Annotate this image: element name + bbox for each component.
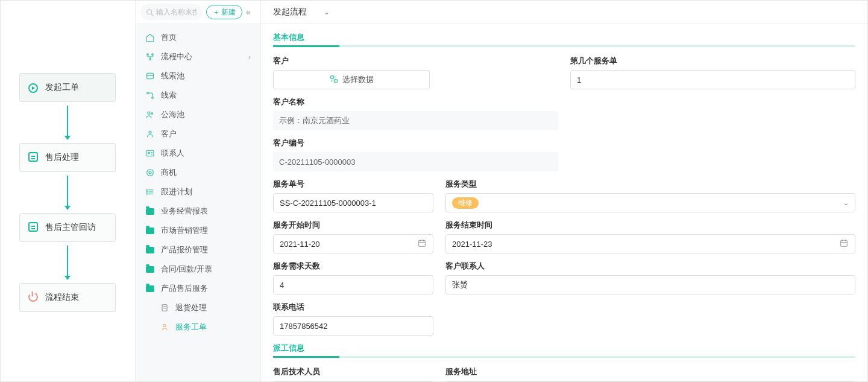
- sidebar-menu: 首页 流程中心› 线索池 线索 公海池 客户 联系人 商机 跟进计划 业务经营报…: [136, 24, 260, 381]
- label-phone: 联系电话: [273, 302, 433, 313]
- section-divider: [273, 45, 855, 47]
- folder-icon: [145, 264, 155, 274]
- folder-icon: [145, 245, 155, 255]
- calendar-icon: [839, 238, 849, 250]
- menu-marketing[interactable]: 市场营销管理: [136, 221, 260, 240]
- customer-contact-input[interactable]: 张赟: [445, 275, 855, 294]
- customer-name-value: 示例：南京元酒药业: [273, 111, 558, 130]
- flow-arrow: [67, 106, 68, 139]
- label-service-type: 服务类型: [445, 179, 855, 189]
- folder-icon: [145, 226, 155, 235]
- label-customer-name: 客户名称: [273, 97, 558, 107]
- menu-aftersale[interactable]: 产品售后服务: [136, 279, 260, 298]
- ticket-index-input[interactable]: 1: [570, 70, 855, 89]
- chevron-down-icon: ⌄: [843, 199, 849, 207]
- technician-input[interactable]: 张 张一霖: [273, 381, 433, 381]
- section-divider: [273, 356, 855, 358]
- days-input[interactable]: 4: [273, 275, 433, 294]
- svg-point-13: [148, 152, 149, 154]
- flow-node-end[interactable]: 流程结束: [19, 283, 116, 312]
- svg-line-1: [151, 14, 153, 16]
- sidebar-top: ＋新建 «: [136, 1, 260, 24]
- inbox-icon: [145, 71, 155, 81]
- target-icon: [145, 168, 155, 177]
- menu-home[interactable]: 首页: [136, 28, 260, 47]
- phone-input[interactable]: 17857856542: [273, 316, 433, 336]
- flow-node-label: 售后主管回访: [45, 222, 96, 233]
- svg-point-10: [151, 113, 153, 115]
- list-icon: [145, 187, 155, 197]
- service-type-tag: 维修: [452, 197, 479, 209]
- menu-customer[interactable]: 客户: [136, 124, 260, 144]
- label-customer-no: 客户编号: [273, 138, 558, 148]
- svg-point-8: [151, 97, 153, 99]
- svg-point-9: [148, 112, 150, 114]
- select-data-button[interactable]: 选择数据: [273, 70, 430, 89]
- section-title-basic: 基本信息: [273, 32, 855, 45]
- main-panel: 发起流程 ⌄ 基本信息 客户 选择数据 第几个: [261, 1, 867, 381]
- collapse-icon[interactable]: «: [246, 7, 256, 17]
- svg-rect-30: [419, 240, 426, 246]
- workflow-panel: 发起工单 售后处理 售后主管回访 流程结束: [1, 1, 136, 381]
- chevron-right-icon: ›: [248, 53, 251, 62]
- sitemap-icon: [145, 52, 155, 62]
- label-service-no: 服务单号: [273, 179, 433, 189]
- flow-node-label: 流程结束: [45, 292, 79, 303]
- form-area: 基本信息 客户 选择数据 第几个服务单 1: [261, 24, 867, 381]
- power-icon: [28, 292, 39, 303]
- menu-contract[interactable]: 合同/回款/开票: [136, 259, 260, 279]
- link-icon: [329, 74, 339, 86]
- note-icon: [28, 152, 39, 163]
- menu-lead-pool[interactable]: 线索池: [136, 66, 260, 86]
- svg-rect-5: [146, 73, 153, 78]
- flow-node-handle[interactable]: 售后处理: [19, 143, 116, 172]
- flow-node-start[interactable]: 发起工单: [19, 73, 116, 102]
- chevron-down-icon: ⌄: [324, 8, 330, 16]
- svg-point-23: [146, 194, 147, 194]
- menu-biz-report[interactable]: 业务经营报表: [136, 202, 260, 221]
- label-technician: 售后技术人员: [273, 366, 433, 377]
- svg-point-4: [149, 59, 151, 60]
- svg-rect-24: [162, 305, 167, 311]
- end-time-input[interactable]: 2021-11-23: [445, 234, 855, 253]
- menu-contact[interactable]: 联系人: [136, 144, 260, 163]
- section-title-dispatch: 派工信息: [273, 343, 855, 356]
- svg-rect-12: [146, 150, 154, 156]
- svg-point-27: [163, 324, 166, 326]
- menu-followup[interactable]: 跟进计划: [136, 182, 260, 202]
- doc-icon: [160, 303, 169, 313]
- menu-quote[interactable]: 产品报价管理: [136, 240, 260, 259]
- menu-service-order[interactable]: 服务工单: [136, 317, 260, 337]
- label-start-time: 服务开始时间: [273, 220, 433, 231]
- svg-rect-29: [335, 79, 338, 82]
- flow-arrow: [67, 176, 68, 209]
- flow-node-review[interactable]: 售后主管回访: [19, 213, 116, 242]
- svg-point-0: [146, 10, 151, 14]
- flow-node-label: 售后处理: [45, 152, 79, 163]
- breadcrumb-select[interactable]: 发起流程 ⌄: [269, 5, 333, 19]
- plus-icon: ＋: [213, 7, 220, 18]
- menu-public-pool[interactable]: 公海池: [136, 105, 260, 124]
- svg-point-16: [146, 170, 153, 176]
- label-service-address: 服务地址: [445, 366, 855, 377]
- menu-process-center[interactable]: 流程中心›: [136, 47, 260, 66]
- svg-rect-28: [331, 75, 334, 78]
- menu-return-handle[interactable]: 退货处理: [136, 298, 260, 317]
- svg-point-22: [146, 191, 147, 192]
- label-ticket-index: 第几个服务单: [570, 56, 855, 66]
- service-address-select[interactable]: 江苏省/南京市/玄武区 ⌄: [445, 381, 855, 381]
- service-no-input[interactable]: SS-C-20211105-0000003-1: [273, 193, 433, 212]
- menu-opportunity[interactable]: 商机: [136, 163, 260, 182]
- flow-arrow: [67, 246, 68, 279]
- search-icon: [145, 8, 155, 19]
- route-icon: [145, 91, 155, 100]
- menu-lead[interactable]: 线索: [136, 86, 260, 105]
- sidebar: ＋新建 « 首页 流程中心› 线索池 线索 公海池 客户 联系人 商机 跟进计划…: [136, 1, 261, 381]
- main-header: 发起流程 ⌄: [261, 1, 867, 24]
- id-card-icon: [145, 148, 155, 158]
- service-icon: [160, 322, 169, 332]
- start-time-input[interactable]: 2021-11-20: [273, 234, 433, 253]
- new-button[interactable]: ＋新建: [206, 5, 242, 19]
- service-type-select[interactable]: 维修 ⌄: [445, 193, 855, 212]
- home-icon: [145, 33, 155, 42]
